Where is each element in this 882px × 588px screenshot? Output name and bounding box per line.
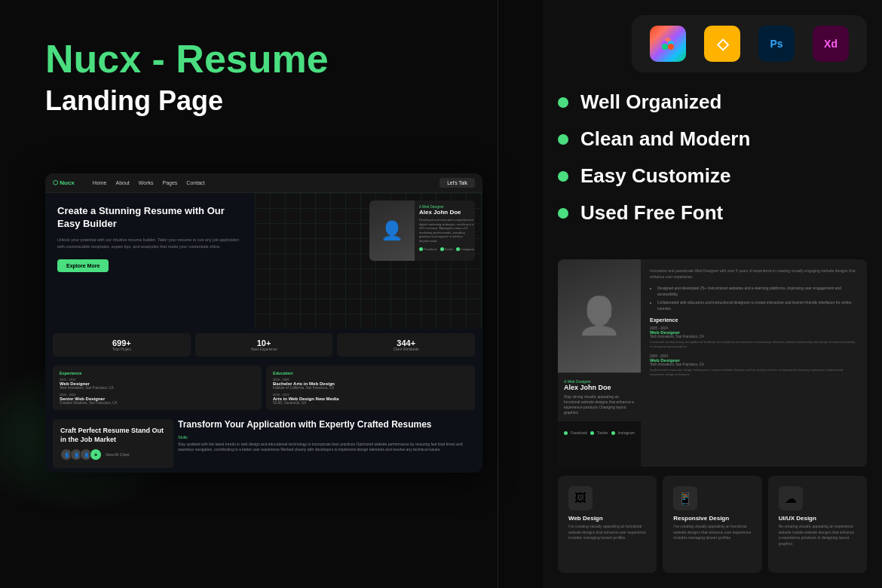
hero-description: Unlock your potential with our intuitive… bbox=[57, 237, 243, 250]
web-design-icon: 🖼 bbox=[568, 486, 593, 510]
feature-dot-3 bbox=[558, 171, 568, 182]
figma-icon bbox=[650, 26, 686, 62]
social-dot bbox=[419, 247, 423, 251]
social-dot-2 bbox=[440, 247, 444, 251]
resume-bullet-2: Collaborated with educators and instruct… bbox=[657, 300, 858, 311]
r-social-dot-2 bbox=[590, 431, 594, 435]
stat-experience: 10+ Years Experience bbox=[195, 333, 333, 357]
resume-content-column: Innovative and passionate Web Designer w… bbox=[641, 259, 867, 467]
r-social-twitter: Twitter bbox=[590, 430, 608, 435]
avatar-plus: + bbox=[90, 449, 102, 461]
features-list: Well Organized Clean and Modern Easy Cus… bbox=[558, 90, 867, 238]
stats-row: 699+ Total Project 10+ Years Experience … bbox=[45, 329, 482, 361]
social-facebook: Facebook bbox=[419, 247, 437, 251]
craft-card: Craft Perfect Resume Stand Out in the Jo… bbox=[53, 419, 173, 468]
resume-name-box: A Web Designer Alex John Doe Stay strong… bbox=[558, 372, 641, 421]
education-card: Education 2004 - 2009 Bachelor Arts in W… bbox=[266, 366, 475, 410]
stat-clients: 344+ Client Worldwide bbox=[337, 333, 475, 357]
main-title: Nucx - Resume bbox=[45, 38, 452, 81]
browser-logo: ⬡ Nucx bbox=[53, 179, 75, 186]
feature-customize: Easy Customize bbox=[558, 164, 867, 188]
svg-point-4 bbox=[668, 44, 674, 50]
service-responsive: 📱 Responsive Design I've creating visual… bbox=[663, 476, 761, 573]
vertical-separator bbox=[498, 0, 498, 588]
social-twitter: Twitter bbox=[440, 247, 454, 251]
exp-edu-section: Experience 2005 - 2024 Web Designer Tech… bbox=[45, 361, 482, 415]
browser-nav-items: Home About Works Pages Contact bbox=[93, 180, 205, 185]
svg-point-3 bbox=[662, 44, 668, 50]
service-uiux: ☁ UI/UX Design No creating visually appe… bbox=[768, 476, 867, 573]
nav-contact: Contact bbox=[186, 180, 204, 185]
social-instagram: Instagram bbox=[456, 247, 474, 251]
stat-projects: 699+ Total Project bbox=[53, 333, 191, 357]
social-dot-3 bbox=[456, 247, 460, 251]
browser-navbar: ⬡ Nucx Home About Works Pages Contact Le… bbox=[45, 173, 482, 193]
nav-home: Home bbox=[93, 180, 107, 185]
r-social-dot-3 bbox=[611, 431, 615, 435]
sub-title: Landing Page bbox=[45, 85, 452, 117]
feature-dot-2 bbox=[558, 134, 568, 145]
hero-right: 👤 A Web Designer Alex John Doe Developed… bbox=[255, 193, 482, 329]
resume-exp-item-2: 2005 - 2024 Web Designer Tech Innovators… bbox=[650, 354, 858, 376]
nav-cta-button[interactable]: Let's Talk bbox=[439, 178, 475, 188]
right-panel: ◇ Ps Xd Well Organized Clean and Modern … bbox=[543, 0, 882, 588]
resume-photo: 👤 bbox=[558, 259, 641, 372]
transform-card: Transform Your Application with Expertly… bbox=[178, 419, 475, 468]
profile-name: Alex John Doe bbox=[419, 209, 474, 216]
r-social-instagram: Instagram bbox=[611, 430, 635, 435]
experience-card: Experience 2005 - 2024 Web Designer Tech… bbox=[53, 366, 262, 410]
resume-socials: Facebook Twitter Instagram bbox=[558, 426, 641, 439]
responsive-icon: 📱 bbox=[673, 486, 697, 510]
service-web-design: 🖼 Web Design I've creating visually appe… bbox=[558, 476, 657, 573]
hero-left: Create a Stunning Resume with Our Easy B… bbox=[45, 193, 255, 329]
r-social-facebook: Facebook bbox=[564, 430, 587, 435]
feature-dot-1 bbox=[558, 97, 568, 108]
profile-description: Developed and executed comprehensive dig… bbox=[419, 218, 474, 243]
profile-info: A Web Designer Alex John Doe Developed a… bbox=[415, 201, 475, 261]
profile-card: 👤 A Web Designer Alex John Doe Developed… bbox=[369, 201, 475, 261]
uiux-icon: ☁ bbox=[779, 486, 803, 510]
nav-pages: Pages bbox=[163, 180, 178, 185]
resume-photo-column: 👤 A Web Designer Alex John Doe Stay stro… bbox=[558, 259, 641, 467]
photoshop-icon: Ps bbox=[758, 26, 795, 62]
client-avatars: 👤 👤 👤 + View All Client bbox=[60, 449, 166, 461]
hero-heading: Create a Stunning Resume with Our Easy B… bbox=[57, 205, 243, 231]
nav-works: Works bbox=[139, 180, 154, 185]
sketch-icon: ◇ bbox=[704, 26, 740, 62]
feature-modern: Clean and Modern bbox=[558, 127, 867, 151]
resume-card: 👤 A Web Designer Alex John Doe Stay stro… bbox=[558, 259, 867, 467]
service-cards: 🖼 Web Design I've creating visually appe… bbox=[558, 476, 867, 573]
feature-dot-4 bbox=[558, 208, 568, 219]
nav-about: About bbox=[115, 180, 129, 185]
xd-icon: Xd bbox=[813, 26, 849, 62]
feature-font: Used Free Font bbox=[558, 201, 867, 225]
profile-socials: Facebook Twitter Instagram bbox=[419, 247, 474, 251]
r-social-dot-1 bbox=[564, 431, 568, 435]
left-panel: Nucx - Resume Landing Page ⬡ Nucx Home A… bbox=[0, 0, 498, 588]
hero-cta-button[interactable]: Explore More bbox=[57, 259, 109, 272]
bottom-section: Craft Perfect Resume Stand Out in the Jo… bbox=[45, 415, 482, 473]
tools-bar: ◇ Ps Xd bbox=[632, 15, 867, 72]
browser-hero: Create a Stunning Resume with Our Easy B… bbox=[45, 193, 482, 329]
resume-exp-item-1: 2005 - 2024 Web Designer Tech Innovators… bbox=[650, 326, 858, 348]
profile-image: 👤 bbox=[369, 201, 415, 261]
feature-organized: Well Organized bbox=[558, 90, 867, 114]
browser-mockup: ⬡ Nucx Home About Works Pages Contact Le… bbox=[45, 173, 482, 473]
resume-bullet-1: Designed and developed 25+ instructional… bbox=[657, 286, 858, 297]
